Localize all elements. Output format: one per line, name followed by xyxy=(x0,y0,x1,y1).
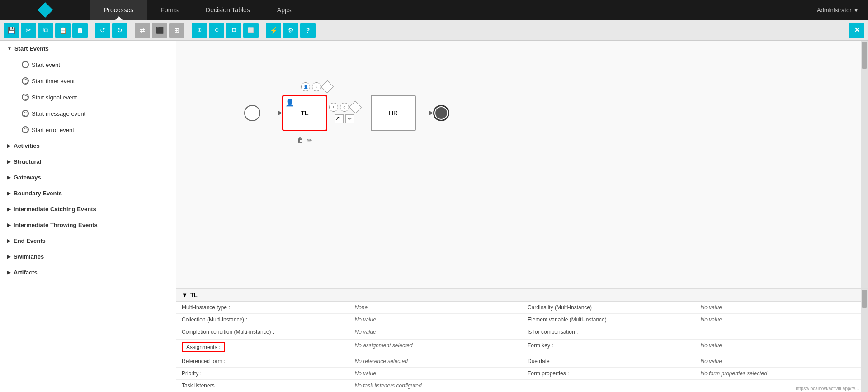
prop-form-properties-label: Form properties : xyxy=(522,368,695,380)
close-button[interactable]: ✕ xyxy=(849,23,864,38)
sidebar-item-start-signal[interactable]: Start signal event xyxy=(14,89,176,105)
sidebar-section-boundary-events[interactable]: ▶ Boundary Events xyxy=(0,185,176,201)
canvas-area: 👤 ○ 👤 TL 🗑 ✏ xyxy=(176,41,868,392)
prop-assignments-value: No assignment selected xyxy=(349,340,523,355)
end-event-shape[interactable] xyxy=(433,105,449,121)
prop-compensation-value[interactable] xyxy=(695,326,868,340)
edit-task-icon[interactable]: ✏ xyxy=(307,137,312,144)
paste-button[interactable]: 📋 xyxy=(55,23,71,38)
hr-task[interactable]: HR xyxy=(371,95,416,131)
align-distribute-button[interactable]: ⊞ xyxy=(169,23,184,38)
undo-button[interactable]: ↺ xyxy=(95,23,110,38)
prop-form-properties-value: No form properties selected xyxy=(695,368,868,380)
tab-decision-tables[interactable]: Decision Tables xyxy=(192,0,264,20)
sidebar-section-start-events[interactable]: ▼ Start Events xyxy=(0,41,176,57)
flow1-button[interactable]: ⚡ xyxy=(266,23,281,38)
chevron-right-icon: ▶ xyxy=(7,191,11,196)
collapse-icon[interactable]: ▼ xyxy=(182,292,188,298)
sidebar-item-start-event[interactable]: Start event xyxy=(14,57,176,73)
start-events-items: Start event Start timer event Start sign… xyxy=(0,57,176,138)
start-error-icon xyxy=(22,126,29,133)
assignments-button[interactable]: Assignments : xyxy=(182,342,225,352)
sidebar-item-start-error[interactable]: Start error event xyxy=(14,122,176,138)
prop-form-key-value: No value xyxy=(695,340,868,355)
prop-empty-1 xyxy=(522,380,695,392)
prop-form-key-label: Form key : xyxy=(522,340,695,355)
align-center-button[interactable]: ⬛ xyxy=(152,23,167,38)
delete-button[interactable]: 🗑 xyxy=(72,23,88,38)
properties-table: Multi-instance type : None Cardinality (… xyxy=(176,302,868,392)
chevron-right-icon: ▶ xyxy=(7,222,11,227)
add-user-ctrl[interactable]: 👤 xyxy=(301,82,310,91)
canvas-scrollbar-thumb xyxy=(862,42,867,69)
prop-priority-value: No value xyxy=(349,368,523,380)
flow2-button[interactable]: ⚙ xyxy=(283,23,298,38)
prop-completion-value: No value xyxy=(349,326,523,340)
sidebar-item-start-timer[interactable]: Start timer event xyxy=(14,73,176,89)
sidebar-section-end-events[interactable]: ▶ End Events xyxy=(0,233,176,249)
chevron-down-icon: ▼ xyxy=(7,46,12,51)
start-message-icon xyxy=(22,110,29,117)
prop-task-listeners-value: No task listeners configured xyxy=(349,380,523,392)
tab-processes[interactable]: Processes xyxy=(90,0,147,20)
prop-element-var-value: No value xyxy=(695,314,868,326)
compensation-checkbox[interactable] xyxy=(701,329,707,335)
prop-due-date-label: Due date : xyxy=(522,355,695,368)
task-top-controls: 👤 ○ xyxy=(301,82,332,91)
tl-task[interactable]: 👤 TL xyxy=(282,95,327,131)
sidebar-section-gateways[interactable]: ▶ Gateways xyxy=(0,170,176,185)
prop-referenced-form-value: No reference selected xyxy=(349,355,523,368)
sidebar-section-structural[interactable]: ▶ Structural xyxy=(0,154,176,170)
sidebar-section-activities[interactable]: ▶ Activities xyxy=(0,138,176,154)
logo xyxy=(0,5,90,15)
properties-title: TL xyxy=(190,292,198,298)
chevron-right-icon: ▶ xyxy=(7,143,11,148)
sidebar-section-artifacts[interactable]: ▶ Artifacts xyxy=(0,264,176,280)
prop-compensation-label: Is for compensation : xyxy=(522,326,695,340)
zoom-in-button[interactable]: ⊕ xyxy=(192,23,207,38)
url-bar: https://localhost/activiti-app/#/... xyxy=(796,386,859,391)
redo-button[interactable]: ↻ xyxy=(112,23,127,38)
properties-header: ▼ TL xyxy=(176,289,868,302)
sidebar-section-intermediate-throwing[interactable]: ▶ Intermediate Throwing Events xyxy=(0,217,176,233)
diamond-ctrl[interactable] xyxy=(349,101,362,113)
end-event-inner xyxy=(435,107,447,119)
zoom-page-button[interactable]: ⬜ xyxy=(243,23,259,38)
delete-task-icon[interactable]: 🗑 xyxy=(297,137,303,144)
canvas-scrollbar[interactable] xyxy=(861,41,868,288)
sidebar-section-intermediate-catching[interactable]: ▶ Intermediate Catching Events xyxy=(0,201,176,217)
prop-priority-label: Priority : xyxy=(176,368,349,380)
start-event-icon xyxy=(22,61,29,68)
user-menu[interactable]: Administrator ▼ xyxy=(808,7,868,14)
pencil-ctrl[interactable]: ✏ xyxy=(345,114,354,123)
properties-scrollbar[interactable] xyxy=(861,289,868,392)
sidebar-section-swimlanes[interactable]: ▶ Swimlanes xyxy=(0,249,176,264)
prop-referenced-form-label: Referenced form : xyxy=(176,355,349,368)
add-gateway-ctrl[interactable] xyxy=(321,80,334,93)
chevron-right-icon: ▶ xyxy=(7,159,11,164)
start-event-shape[interactable] xyxy=(244,105,260,121)
sidebar-item-start-message[interactable]: Start message event xyxy=(14,105,176,122)
help-button[interactable]: ? xyxy=(300,23,316,38)
prop-assignments-label: Assignments : xyxy=(176,340,349,355)
chevron-right-icon: ▶ xyxy=(7,270,11,275)
chevron-right-icon: ▶ xyxy=(7,175,11,180)
right-circle-ctrl[interactable]: ○ xyxy=(340,103,349,112)
add-event-ctrl[interactable]: ○ xyxy=(312,82,321,91)
cut-button[interactable]: ✂ xyxy=(21,23,36,38)
zoom-fit-button[interactable]: ⊡ xyxy=(226,23,241,38)
align-left-button[interactable]: ⇄ xyxy=(135,23,150,38)
left-circle-ctrl[interactable]: + xyxy=(329,103,338,112)
start-timer-icon xyxy=(22,77,29,85)
arrow-right-ctrl[interactable]: ↗ xyxy=(335,114,344,123)
properties-panel: ▼ TL Multi-instance type : None Cardinal… xyxy=(176,288,868,392)
prop-element-var-label: Element variable (Multi-instance) : xyxy=(522,314,695,326)
tab-apps[interactable]: Apps xyxy=(264,0,305,20)
prop-multi-instance-type-label: Multi-instance type : xyxy=(176,302,349,314)
process-canvas[interactable]: 👤 ○ 👤 TL 🗑 ✏ xyxy=(176,41,868,288)
top-navigation: Processes Forms Decision Tables Apps Adm… xyxy=(0,0,868,20)
save-button[interactable]: 💾 xyxy=(4,23,19,38)
tab-forms[interactable]: Forms xyxy=(147,0,192,20)
zoom-out-button[interactable]: ⊖ xyxy=(209,23,224,38)
copy-button[interactable]: ⧉ xyxy=(38,23,53,38)
